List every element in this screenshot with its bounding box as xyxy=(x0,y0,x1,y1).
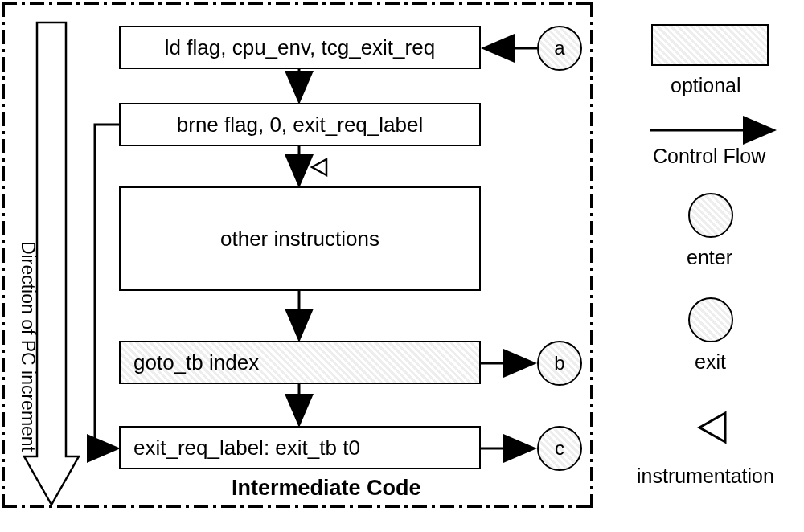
legend-control-flow-arrow xyxy=(646,121,783,145)
legend-enter-circle xyxy=(688,193,733,238)
legend-instrumentation-label: instrumentation xyxy=(637,464,774,488)
legend-enter-label: enter xyxy=(687,246,732,269)
legend-exit-label: exit xyxy=(695,350,726,374)
legend-optional-label: optional xyxy=(671,74,741,97)
legend-control-flow-label: Control Flow xyxy=(653,145,765,168)
legend-instrumentation-icon xyxy=(695,410,735,450)
legend-optional-box xyxy=(651,24,769,66)
legend-exit-circle xyxy=(688,297,733,342)
diagram-canvas: Direction of PC increment ld flag, cpu_e… xyxy=(0,0,804,532)
